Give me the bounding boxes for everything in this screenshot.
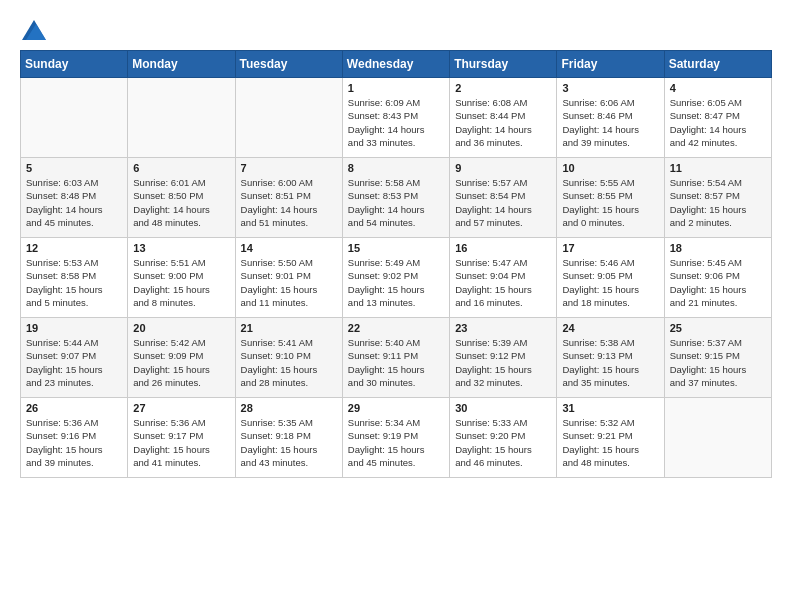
day-info: Sunrise: 5:41 AM Sunset: 9:10 PM Dayligh… [241, 336, 337, 389]
calendar-cell: 5Sunrise: 6:03 AM Sunset: 8:48 PM Daylig… [21, 158, 128, 238]
day-info: Sunrise: 5:58 AM Sunset: 8:53 PM Dayligh… [348, 176, 444, 229]
calendar-cell: 30Sunrise: 5:33 AM Sunset: 9:20 PM Dayli… [450, 398, 557, 478]
day-number: 29 [348, 402, 444, 414]
calendar-cell: 23Sunrise: 5:39 AM Sunset: 9:12 PM Dayli… [450, 318, 557, 398]
calendar-cell: 1Sunrise: 6:09 AM Sunset: 8:43 PM Daylig… [342, 78, 449, 158]
calendar-cell: 2Sunrise: 6:08 AM Sunset: 8:44 PM Daylig… [450, 78, 557, 158]
day-number: 8 [348, 162, 444, 174]
calendar-cell: 24Sunrise: 5:38 AM Sunset: 9:13 PM Dayli… [557, 318, 664, 398]
calendar-cell: 8Sunrise: 5:58 AM Sunset: 8:53 PM Daylig… [342, 158, 449, 238]
calendar-cell [21, 78, 128, 158]
calendar-cell: 14Sunrise: 5:50 AM Sunset: 9:01 PM Dayli… [235, 238, 342, 318]
calendar-cell: 28Sunrise: 5:35 AM Sunset: 9:18 PM Dayli… [235, 398, 342, 478]
page-header [20, 20, 772, 40]
calendar-cell: 3Sunrise: 6:06 AM Sunset: 8:46 PM Daylig… [557, 78, 664, 158]
day-info: Sunrise: 5:49 AM Sunset: 9:02 PM Dayligh… [348, 256, 444, 309]
header-row: SundayMondayTuesdayWednesdayThursdayFrid… [21, 51, 772, 78]
calendar-cell: 21Sunrise: 5:41 AM Sunset: 9:10 PM Dayli… [235, 318, 342, 398]
calendar-cell: 20Sunrise: 5:42 AM Sunset: 9:09 PM Dayli… [128, 318, 235, 398]
calendar-cell: 16Sunrise: 5:47 AM Sunset: 9:04 PM Dayli… [450, 238, 557, 318]
day-number: 11 [670, 162, 766, 174]
calendar-cell [235, 78, 342, 158]
day-number: 20 [133, 322, 229, 334]
header-cell: Monday [128, 51, 235, 78]
day-number: 30 [455, 402, 551, 414]
calendar-cell: 18Sunrise: 5:45 AM Sunset: 9:06 PM Dayli… [664, 238, 771, 318]
day-info: Sunrise: 5:37 AM Sunset: 9:15 PM Dayligh… [670, 336, 766, 389]
day-number: 27 [133, 402, 229, 414]
day-info: Sunrise: 6:00 AM Sunset: 8:51 PM Dayligh… [241, 176, 337, 229]
day-info: Sunrise: 5:35 AM Sunset: 9:18 PM Dayligh… [241, 416, 337, 469]
day-number: 15 [348, 242, 444, 254]
day-number: 7 [241, 162, 337, 174]
day-info: Sunrise: 5:51 AM Sunset: 9:00 PM Dayligh… [133, 256, 229, 309]
calendar-cell: 27Sunrise: 5:36 AM Sunset: 9:17 PM Dayli… [128, 398, 235, 478]
day-number: 25 [670, 322, 766, 334]
calendar-week-row: 12Sunrise: 5:53 AM Sunset: 8:58 PM Dayli… [21, 238, 772, 318]
day-info: Sunrise: 6:06 AM Sunset: 8:46 PM Dayligh… [562, 96, 658, 149]
header-cell: Tuesday [235, 51, 342, 78]
calendar-cell: 15Sunrise: 5:49 AM Sunset: 9:02 PM Dayli… [342, 238, 449, 318]
logo [20, 20, 46, 40]
calendar-cell: 12Sunrise: 5:53 AM Sunset: 8:58 PM Dayli… [21, 238, 128, 318]
calendar-cell: 9Sunrise: 5:57 AM Sunset: 8:54 PM Daylig… [450, 158, 557, 238]
calendar-cell: 31Sunrise: 5:32 AM Sunset: 9:21 PM Dayli… [557, 398, 664, 478]
day-number: 4 [670, 82, 766, 94]
day-number: 26 [26, 402, 122, 414]
header-cell: Saturday [664, 51, 771, 78]
calendar-week-row: 19Sunrise: 5:44 AM Sunset: 9:07 PM Dayli… [21, 318, 772, 398]
day-info: Sunrise: 5:50 AM Sunset: 9:01 PM Dayligh… [241, 256, 337, 309]
day-info: Sunrise: 5:53 AM Sunset: 8:58 PM Dayligh… [26, 256, 122, 309]
day-info: Sunrise: 6:05 AM Sunset: 8:47 PM Dayligh… [670, 96, 766, 149]
day-number: 16 [455, 242, 551, 254]
day-info: Sunrise: 5:32 AM Sunset: 9:21 PM Dayligh… [562, 416, 658, 469]
calendar-cell: 17Sunrise: 5:46 AM Sunset: 9:05 PM Dayli… [557, 238, 664, 318]
calendar-cell: 4Sunrise: 6:05 AM Sunset: 8:47 PM Daylig… [664, 78, 771, 158]
calendar-cell: 13Sunrise: 5:51 AM Sunset: 9:00 PM Dayli… [128, 238, 235, 318]
day-info: Sunrise: 5:46 AM Sunset: 9:05 PM Dayligh… [562, 256, 658, 309]
day-number: 17 [562, 242, 658, 254]
day-info: Sunrise: 5:36 AM Sunset: 9:16 PM Dayligh… [26, 416, 122, 469]
day-number: 2 [455, 82, 551, 94]
day-number: 13 [133, 242, 229, 254]
calendar-table: SundayMondayTuesdayWednesdayThursdayFrid… [20, 50, 772, 478]
header-cell: Sunday [21, 51, 128, 78]
day-number: 18 [670, 242, 766, 254]
day-number: 5 [26, 162, 122, 174]
calendar-week-row: 26Sunrise: 5:36 AM Sunset: 9:16 PM Dayli… [21, 398, 772, 478]
calendar-cell: 7Sunrise: 6:00 AM Sunset: 8:51 PM Daylig… [235, 158, 342, 238]
header-cell: Friday [557, 51, 664, 78]
calendar-week-row: 5Sunrise: 6:03 AM Sunset: 8:48 PM Daylig… [21, 158, 772, 238]
calendar-cell: 22Sunrise: 5:40 AM Sunset: 9:11 PM Dayli… [342, 318, 449, 398]
header-cell: Wednesday [342, 51, 449, 78]
calendar-cell [128, 78, 235, 158]
day-info: Sunrise: 5:44 AM Sunset: 9:07 PM Dayligh… [26, 336, 122, 389]
calendar-cell: 11Sunrise: 5:54 AM Sunset: 8:57 PM Dayli… [664, 158, 771, 238]
day-number: 28 [241, 402, 337, 414]
calendar-body: 1Sunrise: 6:09 AM Sunset: 8:43 PM Daylig… [21, 78, 772, 478]
day-info: Sunrise: 5:45 AM Sunset: 9:06 PM Dayligh… [670, 256, 766, 309]
day-number: 24 [562, 322, 658, 334]
calendar-cell: 6Sunrise: 6:01 AM Sunset: 8:50 PM Daylig… [128, 158, 235, 238]
day-number: 14 [241, 242, 337, 254]
header-cell: Thursday [450, 51, 557, 78]
calendar-cell: 19Sunrise: 5:44 AM Sunset: 9:07 PM Dayli… [21, 318, 128, 398]
day-info: Sunrise: 5:38 AM Sunset: 9:13 PM Dayligh… [562, 336, 658, 389]
day-info: Sunrise: 6:09 AM Sunset: 8:43 PM Dayligh… [348, 96, 444, 149]
day-number: 23 [455, 322, 551, 334]
day-info: Sunrise: 5:33 AM Sunset: 9:20 PM Dayligh… [455, 416, 551, 469]
day-info: Sunrise: 5:40 AM Sunset: 9:11 PM Dayligh… [348, 336, 444, 389]
calendar-cell: 29Sunrise: 5:34 AM Sunset: 9:19 PM Dayli… [342, 398, 449, 478]
day-info: Sunrise: 5:55 AM Sunset: 8:55 PM Dayligh… [562, 176, 658, 229]
calendar-week-row: 1Sunrise: 6:09 AM Sunset: 8:43 PM Daylig… [21, 78, 772, 158]
calendar-cell [664, 398, 771, 478]
day-info: Sunrise: 5:34 AM Sunset: 9:19 PM Dayligh… [348, 416, 444, 469]
day-info: Sunrise: 6:08 AM Sunset: 8:44 PM Dayligh… [455, 96, 551, 149]
day-number: 10 [562, 162, 658, 174]
logo-icon [22, 20, 46, 40]
day-number: 1 [348, 82, 444, 94]
day-info: Sunrise: 6:01 AM Sunset: 8:50 PM Dayligh… [133, 176, 229, 229]
day-info: Sunrise: 5:54 AM Sunset: 8:57 PM Dayligh… [670, 176, 766, 229]
calendar-cell: 10Sunrise: 5:55 AM Sunset: 8:55 PM Dayli… [557, 158, 664, 238]
day-number: 9 [455, 162, 551, 174]
